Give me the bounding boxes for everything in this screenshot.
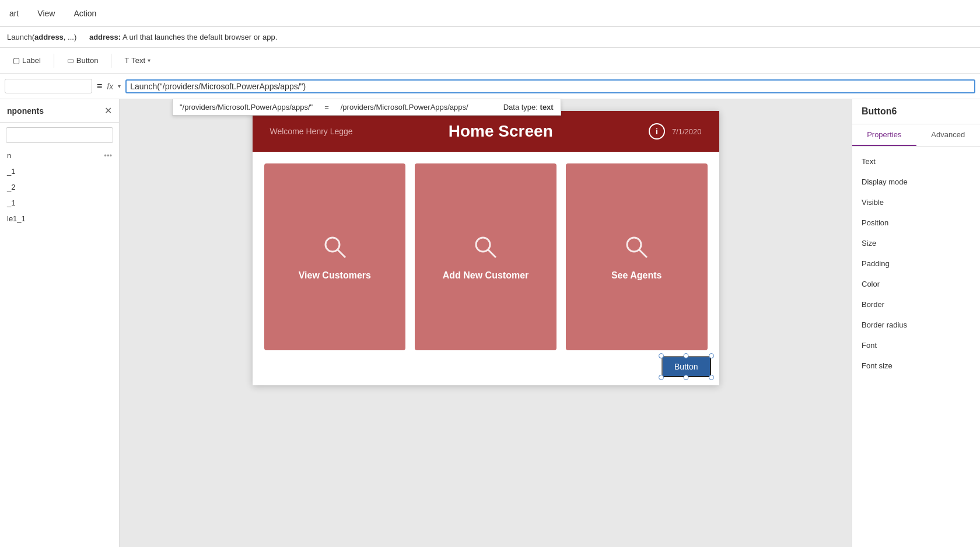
label-button[interactable]: ▢ Label	[7, 54, 47, 67]
sidebar-item-3-label: _1	[7, 198, 15, 207]
prop-padding[interactable]: Padding	[852, 253, 980, 274]
formula-input-wrapper	[125, 79, 975, 93]
sidebar-item-1[interactable]: _1	[0, 163, 119, 179]
hint-param-desc: A url that launches the default browser …	[123, 33, 277, 41]
sidebar-item-1-label: _1	[7, 167, 15, 176]
data-type-value: text	[540, 103, 554, 112]
search-icon-2	[471, 233, 499, 261]
toolbar-separator-1	[54, 54, 54, 68]
button-btn-text: Button	[76, 56, 99, 65]
resize-handle-tl[interactable]	[659, 353, 664, 358]
sidebar-item-n-label: n	[7, 151, 11, 160]
right-panel-props: Text Display mode Visible Position Size …	[852, 147, 980, 547]
sidebar-header: nponents ✕	[0, 99, 119, 123]
sidebar-title: nponents	[7, 106, 44, 116]
selected-button-container: Button	[662, 356, 710, 377]
tab-properties[interactable]: Properties	[852, 124, 916, 146]
sidebar-item-2-label: _2	[7, 183, 15, 191]
formula-row: = fx ▾	[0, 74, 980, 99]
button-button[interactable]: ▭ Button	[61, 54, 104, 67]
app-header-welcome: Welcome Henry Legge	[270, 127, 353, 136]
resize-handle-br[interactable]	[709, 375, 714, 380]
menu-action[interactable]: Action	[69, 6, 101, 20]
resize-handle-bm[interactable]	[684, 375, 689, 380]
prop-size[interactable]: Size	[852, 233, 980, 253]
svg-point-0	[326, 238, 340, 252]
main-area: nponents ✕ n ••• _1 _2 _1 le1_1	[0, 99, 980, 547]
see-agents-label: See Agents	[611, 270, 662, 281]
menu-art[interactable]: art	[5, 6, 23, 20]
svg-point-2	[476, 238, 490, 252]
prop-position[interactable]: Position	[852, 212, 980, 233]
data-type-badge: Data type: text	[503, 103, 554, 112]
search-icon-3	[622, 233, 650, 261]
prop-border-radius[interactable]: Border radius	[852, 315, 980, 335]
search-icon-1	[321, 233, 349, 261]
see-agents-card[interactable]: See Agents	[566, 163, 708, 350]
toolbar-separator-2	[111, 54, 111, 68]
formula-fx-chevron-icon[interactable]: ▾	[118, 83, 121, 89]
formula-autocomplete: "/providers/Microsoft.PowerApps/apps/" =…	[172, 99, 561, 116]
sidebar-close-button[interactable]: ✕	[104, 105, 112, 116]
hint-param-label: address:	[89, 33, 121, 41]
text-chevron-icon: ▾	[148, 57, 150, 64]
left-sidebar: nponents ✕ n ••• _1 _2 _1 le1_1	[0, 99, 120, 547]
prop-text[interactable]: Text	[852, 151, 980, 172]
resize-handle-tr[interactable]	[709, 353, 714, 358]
menu-view[interactable]: View	[33, 6, 60, 20]
prop-color[interactable]: Color	[852, 274, 980, 294]
prop-border[interactable]: Border	[852, 294, 980, 315]
sidebar-list: n ••• _1 _2 _1 le1_1	[0, 148, 119, 547]
sidebar-item-le1-1-label: le1_1	[7, 214, 26, 223]
canvas-area[interactable]: Welcome Henry Legge Home Screen i 7/1/20…	[120, 99, 852, 547]
hint-function: address	[34, 33, 64, 41]
sidebar-search-input[interactable]	[6, 127, 113, 143]
autocomplete-equals: =	[324, 103, 329, 112]
app-header-date: 7/1/2020	[672, 127, 702, 136]
sidebar-item-le1-1[interactable]: le1_1	[0, 211, 119, 227]
info-icon: i	[649, 123, 665, 140]
text-btn-text: Text	[131, 56, 145, 65]
app-header: Welcome Henry Legge Home Screen i 7/1/20…	[253, 111, 719, 152]
resize-handle-tm[interactable]	[684, 353, 689, 358]
app-header-right: i 7/1/2020	[649, 123, 702, 140]
prop-font-size[interactable]: Font size	[852, 356, 980, 376]
text-icon: T	[124, 56, 129, 65]
sidebar-item-3[interactable]: _1	[0, 195, 119, 211]
formula-equals: =	[97, 81, 102, 92]
prop-visible[interactable]: Visible	[852, 192, 980, 212]
autocomplete-left: "/providers/Microsoft.PowerApps/apps/"	[180, 103, 313, 112]
autocomplete-right: /providers/Microsoft.PowerApps/apps/	[341, 103, 468, 112]
tab-advanced[interactable]: Advanced	[916, 124, 981, 146]
resize-handle-bl[interactable]	[659, 375, 664, 380]
formula-fx[interactable]: fx	[107, 82, 113, 91]
svg-point-4	[627, 238, 641, 252]
app-header-title: Home Screen	[449, 122, 553, 141]
menu-bar: art View Action	[0, 0, 980, 27]
add-customer-label: Add New Customer	[443, 270, 529, 281]
label-icon: ▢	[13, 56, 20, 65]
svg-line-5	[639, 250, 647, 257]
app-cards-grid: View Customers Add New Customer See Agen…	[253, 152, 719, 362]
svg-line-3	[488, 250, 496, 257]
right-panel-tabs: Properties Advanced	[852, 124, 980, 147]
button-icon: ▭	[67, 56, 74, 65]
prop-display-mode[interactable]: Display mode	[852, 172, 980, 192]
formula-input[interactable]	[130, 82, 971, 91]
right-panel: Button6 Properties Advanced Text Display…	[852, 99, 980, 547]
sidebar-item-n[interactable]: n •••	[0, 148, 119, 163]
formula-name-box[interactable]	[5, 79, 92, 93]
formula-hint-bar: Launch(address, ...) address: A url that…	[0, 27, 980, 48]
view-customers-label: View Customers	[299, 270, 371, 281]
view-customers-card[interactable]: View Customers	[264, 163, 406, 350]
text-button[interactable]: T Text ▾	[118, 54, 156, 67]
label-btn-text: Label	[22, 56, 41, 65]
app-preview: Welcome Henry Legge Home Screen i 7/1/20…	[253, 111, 719, 385]
toolbar: ▢ Label ▭ Button T Text ▾	[0, 48, 980, 74]
prop-font[interactable]: Font	[852, 335, 980, 356]
right-panel-title: Button6	[852, 99, 980, 124]
add-customer-card[interactable]: Add New Customer	[415, 163, 556, 350]
selected-button[interactable]: Button	[662, 356, 710, 377]
sidebar-item-2[interactable]: _2	[0, 179, 119, 195]
sidebar-item-n-dots: •••	[104, 151, 112, 160]
